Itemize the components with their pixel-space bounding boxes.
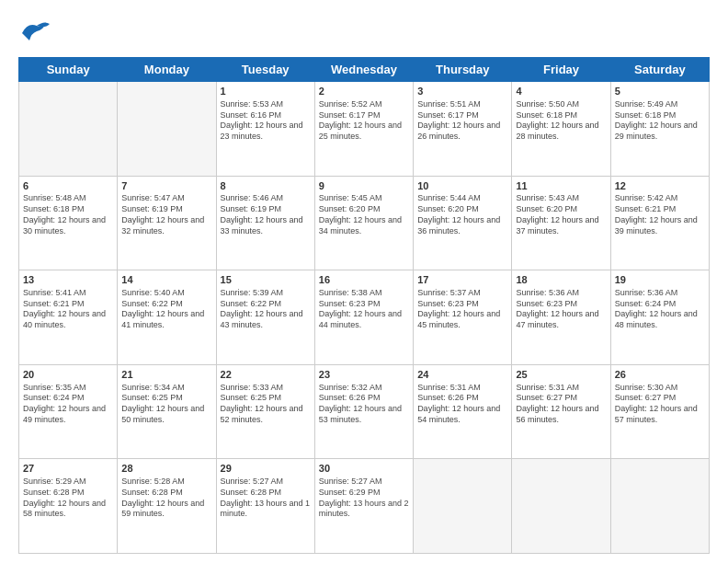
week-row-1: 1Sunrise: 5:53 AMSunset: 6:16 PMDaylight… [19, 82, 710, 177]
day-info: Sunrise: 5:46 AMSunset: 6:19 PMDaylight:… [221, 193, 311, 236]
calendar-cell: 29Sunrise: 5:27 AMSunset: 6:28 PMDayligh… [216, 459, 314, 554]
day-number: 11 [516, 179, 606, 193]
day-info: Sunrise: 5:35 AMSunset: 6:24 PMDaylight:… [23, 383, 113, 426]
calendar-cell: 26Sunrise: 5:30 AMSunset: 6:27 PMDayligh… [610, 364, 709, 459]
day-info: Sunrise: 5:48 AMSunset: 6:18 PMDaylight:… [23, 193, 113, 236]
day-info: Sunrise: 5:39 AMSunset: 6:22 PMDaylight:… [221, 288, 311, 331]
day-number: 24 [417, 368, 507, 382]
calendar-cell: 24Sunrise: 5:31 AMSunset: 6:26 PMDayligh… [414, 364, 512, 459]
calendar-cell: 4Sunrise: 5:50 AMSunset: 6:18 PMDaylight… [512, 82, 610, 177]
logo-icon [18, 15, 51, 48]
calendar-table: SundayMondayTuesdayWednesdayThursdayFrid… [18, 57, 710, 554]
day-info: Sunrise: 5:41 AMSunset: 6:21 PMDaylight:… [23, 288, 113, 331]
day-info: Sunrise: 5:50 AMSunset: 6:18 PMDaylight:… [516, 99, 606, 143]
day-number: 5 [615, 85, 705, 98]
calendar-cell: 2Sunrise: 5:52 AMSunset: 6:17 PMDaylight… [314, 82, 413, 177]
calendar-cell: 16Sunrise: 5:38 AMSunset: 6:23 PMDayligh… [314, 270, 413, 365]
calendar-cell: 17Sunrise: 5:37 AMSunset: 6:23 PMDayligh… [414, 270, 512, 365]
day-info: Sunrise: 5:47 AMSunset: 6:19 PMDaylight:… [121, 193, 211, 236]
day-header-wednesday: Wednesday [314, 58, 413, 82]
day-number: 4 [516, 85, 606, 98]
day-info: Sunrise: 5:28 AMSunset: 6:28 PMDaylight:… [121, 477, 211, 520]
calendar-cell: 21Sunrise: 5:34 AMSunset: 6:25 PMDayligh… [118, 364, 216, 459]
week-row-4: 20Sunrise: 5:35 AMSunset: 6:24 PMDayligh… [19, 364, 710, 459]
day-info: Sunrise: 5:27 AMSunset: 6:29 PMDaylight:… [319, 477, 409, 520]
calendar-cell: 13Sunrise: 5:41 AMSunset: 6:21 PMDayligh… [19, 270, 118, 365]
calendar-cell: 14Sunrise: 5:40 AMSunset: 6:22 PMDayligh… [118, 270, 216, 365]
day-info: Sunrise: 5:37 AMSunset: 6:23 PMDaylight:… [417, 288, 507, 331]
day-info: Sunrise: 5:32 AMSunset: 6:26 PMDaylight:… [319, 383, 409, 426]
calendar-cell [19, 82, 118, 177]
day-header-monday: Monday [118, 58, 216, 82]
day-info: Sunrise: 5:36 AMSunset: 6:24 PMDaylight:… [615, 288, 705, 331]
calendar-cell: 3Sunrise: 5:51 AMSunset: 6:17 PMDaylight… [414, 82, 512, 177]
calendar-cell: 10Sunrise: 5:44 AMSunset: 6:20 PMDayligh… [414, 176, 512, 270]
day-info: Sunrise: 5:34 AMSunset: 6:25 PMDaylight:… [121, 383, 211, 426]
day-number: 23 [319, 368, 409, 382]
day-number: 25 [516, 368, 606, 382]
day-number: 12 [615, 179, 705, 193]
day-number: 3 [417, 85, 507, 98]
day-info: Sunrise: 5:53 AMSunset: 6:16 PMDaylight:… [221, 99, 311, 143]
day-info: Sunrise: 5:30 AMSunset: 6:27 PMDaylight:… [615, 383, 705, 426]
day-number: 17 [417, 273, 507, 287]
week-row-3: 13Sunrise: 5:41 AMSunset: 6:21 PMDayligh… [19, 270, 710, 365]
calendar-cell: 7Sunrise: 5:47 AMSunset: 6:19 PMDaylight… [118, 176, 216, 270]
day-number: 28 [121, 462, 211, 476]
day-number: 26 [615, 368, 705, 382]
day-info: Sunrise: 5:45 AMSunset: 6:20 PMDaylight:… [319, 193, 409, 236]
day-number: 9 [319, 179, 409, 193]
day-number: 7 [121, 179, 211, 193]
calendar-cell: 8Sunrise: 5:46 AMSunset: 6:19 PMDaylight… [216, 176, 314, 270]
calendar-cell: 22Sunrise: 5:33 AMSunset: 6:25 PMDayligh… [216, 364, 314, 459]
calendar-cell: 27Sunrise: 5:29 AMSunset: 6:28 PMDayligh… [19, 459, 118, 554]
calendar-cell: 28Sunrise: 5:28 AMSunset: 6:28 PMDayligh… [118, 459, 216, 554]
day-info: Sunrise: 5:27 AMSunset: 6:28 PMDaylight:… [221, 477, 311, 520]
day-number: 2 [319, 85, 409, 98]
calendar-cell: 18Sunrise: 5:36 AMSunset: 6:23 PMDayligh… [512, 270, 610, 365]
day-info: Sunrise: 5:33 AMSunset: 6:25 PMDaylight:… [221, 383, 311, 426]
day-info: Sunrise: 5:44 AMSunset: 6:20 PMDaylight:… [417, 193, 507, 236]
header [18, 15, 710, 48]
day-number: 10 [417, 179, 507, 193]
day-info: Sunrise: 5:36 AMSunset: 6:23 PMDaylight:… [516, 288, 606, 331]
calendar-cell: 23Sunrise: 5:32 AMSunset: 6:26 PMDayligh… [314, 364, 413, 459]
calendar-cell [512, 459, 610, 554]
calendar-cell: 15Sunrise: 5:39 AMSunset: 6:22 PMDayligh… [216, 270, 314, 365]
day-header-tuesday: Tuesday [216, 58, 314, 82]
day-info: Sunrise: 5:38 AMSunset: 6:23 PMDaylight:… [319, 288, 409, 331]
day-number: 30 [319, 462, 409, 476]
day-number: 27 [23, 462, 113, 476]
day-header-thursday: Thursday [414, 58, 512, 82]
week-row-5: 27Sunrise: 5:29 AMSunset: 6:28 PMDayligh… [19, 459, 710, 554]
day-header-sunday: Sunday [19, 58, 118, 82]
day-number: 16 [319, 273, 409, 287]
day-number: 29 [221, 462, 311, 476]
calendar-cell: 30Sunrise: 5:27 AMSunset: 6:29 PMDayligh… [314, 459, 413, 554]
page: SundayMondayTuesdayWednesdayThursdayFrid… [0, 0, 728, 563]
day-info: Sunrise: 5:43 AMSunset: 6:20 PMDaylight:… [516, 193, 606, 236]
day-number: 21 [121, 368, 211, 382]
calendar-cell: 25Sunrise: 5:31 AMSunset: 6:27 PMDayligh… [512, 364, 610, 459]
day-number: 22 [221, 368, 311, 382]
calendar-cell: 9Sunrise: 5:45 AMSunset: 6:20 PMDaylight… [314, 176, 413, 270]
day-info: Sunrise: 5:51 AMSunset: 6:17 PMDaylight:… [417, 99, 507, 143]
calendar-cell [118, 82, 216, 177]
day-number: 15 [221, 273, 311, 287]
day-number: 8 [221, 179, 311, 193]
calendar-cell [414, 459, 512, 554]
calendar-cell: 11Sunrise: 5:43 AMSunset: 6:20 PMDayligh… [512, 176, 610, 270]
calendar-cell: 20Sunrise: 5:35 AMSunset: 6:24 PMDayligh… [19, 364, 118, 459]
calendar-header-row: SundayMondayTuesdayWednesdayThursdayFrid… [19, 58, 710, 82]
day-number: 18 [516, 273, 606, 287]
day-info: Sunrise: 5:49 AMSunset: 6:18 PMDaylight:… [615, 99, 705, 143]
day-info: Sunrise: 5:42 AMSunset: 6:21 PMDaylight:… [615, 193, 705, 236]
day-number: 19 [615, 273, 705, 287]
day-info: Sunrise: 5:31 AMSunset: 6:27 PMDaylight:… [516, 383, 606, 426]
day-number: 1 [221, 85, 311, 98]
day-info: Sunrise: 5:31 AMSunset: 6:26 PMDaylight:… [417, 383, 507, 426]
logo [18, 15, 55, 48]
day-number: 13 [23, 273, 113, 287]
calendar-cell: 12Sunrise: 5:42 AMSunset: 6:21 PMDayligh… [610, 176, 709, 270]
day-number: 6 [23, 179, 113, 193]
